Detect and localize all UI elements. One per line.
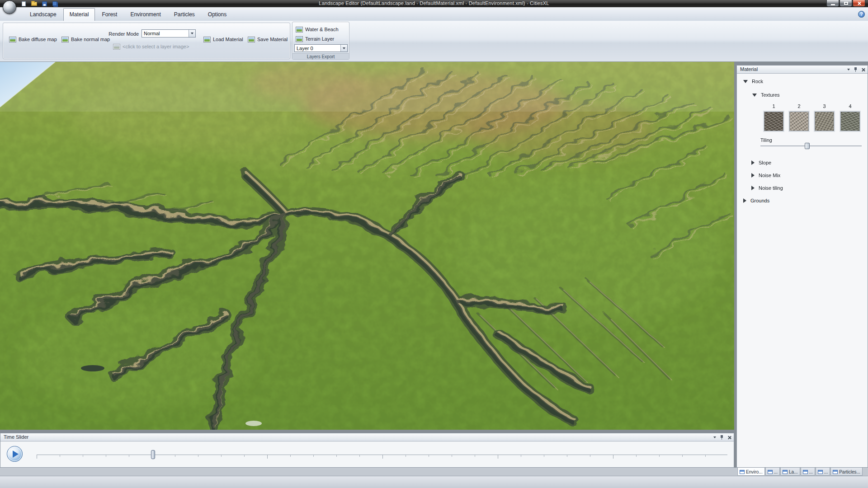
texture-thumbnail-4[interactable] <box>840 112 860 131</box>
save-material-icon <box>248 37 255 42</box>
dock-tab-5[interactable]: ... <box>816 468 830 476</box>
tab-material[interactable]: Material <box>63 8 95 21</box>
panel-icon <box>803 470 808 474</box>
collapsed-triangle-icon[interactable] <box>751 160 755 165</box>
dock-tab-2[interactable]: ... <box>765 468 780 476</box>
terrain-layer-icon <box>296 36 303 42</box>
panel-icon <box>818 470 823 474</box>
tab-particles[interactable]: Particles <box>168 8 201 21</box>
status-strip <box>0 476 868 488</box>
render-mode-arrow[interactable] <box>189 30 195 37</box>
play-icon <box>13 450 19 458</box>
tree-item-textures[interactable]: Textures <box>752 91 780 99</box>
maximize-icon <box>844 2 848 5</box>
water-beach-button[interactable]: Water & Beach <box>294 25 340 34</box>
panel-menu-chevron-down-icon[interactable] <box>713 436 716 438</box>
help-icon[interactable]: ? <box>858 11 865 18</box>
dock-tab-environment[interactable]: Enviro... <box>737 468 765 476</box>
panel-icon <box>783 470 788 474</box>
tree-item-noise-tiling[interactable]: Noise tiling <box>751 184 783 192</box>
layers-export-caption: Layers Export <box>292 53 349 59</box>
time-slider-panel: Time Slider <box>0 433 734 468</box>
tab-forest[interactable]: Forest <box>95 8 123 21</box>
play-button[interactable] <box>7 446 23 462</box>
dock-tab-4[interactable]: ... <box>801 468 815 476</box>
pin-icon[interactable] <box>720 435 724 440</box>
rock-label: Rock <box>752 79 763 84</box>
open-folder-icon <box>31 2 37 6</box>
layer-image-selector[interactable]: <click to select a layer image> <box>112 42 190 51</box>
landscape-editor-window: Landscape Editor (DefaultLandscape.land … <box>0 0 868 488</box>
minimize-button[interactable] <box>826 0 839 7</box>
collapsed-triangle-icon[interactable] <box>743 198 746 203</box>
time-slider-handle[interactable] <box>151 450 155 459</box>
tab-environment[interactable]: Environment <box>124 8 167 21</box>
chevron-down-icon <box>191 33 193 34</box>
tree-item-noise-mix[interactable]: Noise Mix <box>751 171 780 179</box>
material-ribbon-group: Bake diffuse map Bake normal map Render … <box>3 23 290 59</box>
minimize-icon <box>831 4 835 5</box>
tab-landscape[interactable]: Landscape <box>24 8 63 21</box>
layer-select-dropdown[interactable]: Layer 0 <box>294 44 348 52</box>
ribbon-tab-row: Landscape Material Forest Environment Pa… <box>0 7 868 21</box>
terrain-image <box>0 62 734 430</box>
dock-tab-label: Particles... <box>839 469 860 474</box>
save-material-button[interactable]: Save Material <box>246 35 289 44</box>
dock-tab-layers[interactable]: La... <box>780 468 800 476</box>
material-panel-header[interactable]: Material <box>737 66 868 74</box>
maximize-button[interactable] <box>840 0 852 7</box>
collapsed-triangle-icon[interactable] <box>751 173 755 178</box>
save-material-label: Save Material <box>257 37 288 42</box>
new-file-icon <box>22 1 26 6</box>
water-beach-label: Water & Beach <box>305 27 339 32</box>
dock-tab-label: ... <box>774 469 778 474</box>
application-menu-button[interactable] <box>3 0 16 14</box>
quick-access-toolbar <box>20 0 58 7</box>
texture-thumbnail-3[interactable] <box>815 112 834 131</box>
expanded-triangle-icon[interactable] <box>752 94 757 97</box>
tiling-label: Tiling <box>760 136 772 144</box>
light-rock-patch <box>245 421 262 426</box>
close-icon <box>857 1 861 5</box>
tree-item-slope[interactable]: Slope <box>751 159 771 167</box>
bake-diffuse-map-button[interactable]: Bake diffuse map <box>8 35 58 44</box>
open-button[interactable] <box>30 0 38 7</box>
tiling-text: Tiling <box>760 137 772 143</box>
layer-select-value: Layer 0 <box>295 45 340 52</box>
save-icon <box>42 1 47 6</box>
noise-tiling-label: Noise tiling <box>759 185 783 191</box>
save-all-button[interactable] <box>51 0 58 7</box>
layer-image-icon <box>113 44 120 50</box>
tiling-slider-handle[interactable] <box>805 143 810 149</box>
chevron-down-icon <box>343 47 345 49</box>
panel-close-icon[interactable] <box>727 436 731 440</box>
load-material-button[interactable]: Load Material <box>202 35 245 44</box>
expanded-triangle-icon[interactable] <box>743 80 748 83</box>
texture-number-3: 3 <box>815 103 834 109</box>
tiling-slider-track[interactable] <box>760 145 862 147</box>
bake-diffuse-label: Bake diffuse map <box>19 37 57 42</box>
render-mode-dropdown[interactable]: Normal <box>142 29 196 38</box>
noise-mix-label: Noise Mix <box>759 173 780 178</box>
tab-options[interactable]: Options <box>202 8 233 21</box>
tree-item-grounds[interactable]: Grounds <box>743 197 769 205</box>
terrain-layer-button[interactable]: Terrain Layer <box>294 34 335 43</box>
collapsed-triangle-icon[interactable] <box>751 186 755 190</box>
pin-icon[interactable] <box>854 67 858 72</box>
panel-menu-chevron-down-icon[interactable] <box>847 69 850 70</box>
tree-item-rock[interactable]: Rock <box>743 77 763 85</box>
dock-tab-particles[interactable]: Particles... <box>830 468 863 476</box>
texture-thumbnail-2[interactable] <box>789 112 809 131</box>
terrain-viewport[interactable] <box>0 62 734 430</box>
close-button[interactable] <box>853 0 865 7</box>
time-slider-header[interactable]: Time Slider <box>0 433 734 441</box>
layer-select-arrow[interactable] <box>340 45 347 52</box>
dock-tab-label: La... <box>789 469 797 474</box>
water-beach-icon <box>296 27 303 33</box>
save-button[interactable] <box>41 0 48 7</box>
texture-thumbnail-1[interactable] <box>764 112 783 131</box>
layers-export-group: Water & Beach Terrain Layer Layer 0 Laye… <box>292 22 349 60</box>
new-file-button[interactable] <box>20 0 27 7</box>
panel-close-icon[interactable] <box>861 68 865 72</box>
bake-normal-icon <box>61 37 69 42</box>
